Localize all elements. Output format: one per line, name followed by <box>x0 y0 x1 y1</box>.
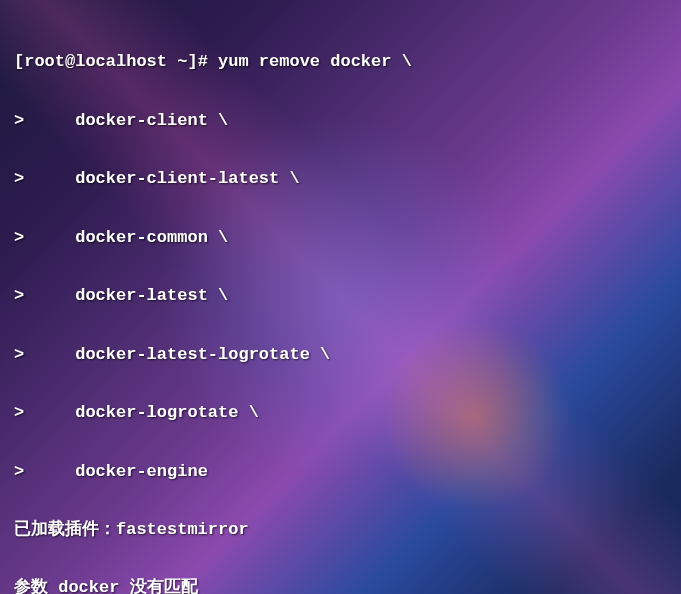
shell-prompt: [root@localhost ~]# <box>14 52 218 71</box>
continuation-line: > docker-logrotate \ <box>14 398 667 427</box>
continuation-line: > docker-common \ <box>14 223 667 252</box>
continuation-line: > docker-engine <box>14 457 667 486</box>
continuation-line: > docker-latest-logrotate \ <box>14 340 667 369</box>
continuation-line: > docker-client-latest \ <box>14 164 667 193</box>
command-line-1: [root@localhost ~]# yum remove docker \ <box>14 47 667 76</box>
output-line: 参数 docker 没有匹配 <box>14 573 667 594</box>
output-line: 已加载插件：fastestmirror <box>14 515 667 544</box>
command-text: yum remove docker \ <box>218 52 412 71</box>
continuation-line: > docker-latest \ <box>14 281 667 310</box>
continuation-line: > docker-client \ <box>14 106 667 135</box>
terminal-output: [root@localhost ~]# yum remove docker \ … <box>14 18 667 594</box>
